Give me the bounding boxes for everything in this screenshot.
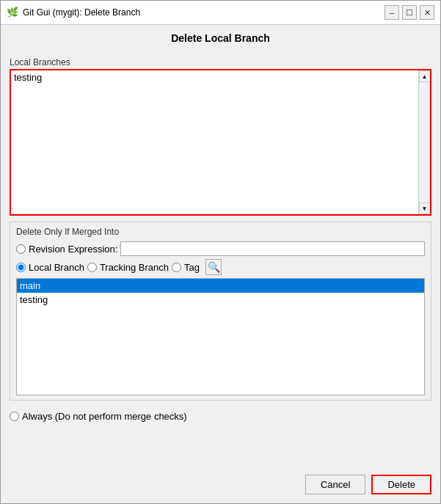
main-window: 🌿 Git Gui (mygit): Delete Branch – ☐ ✕ D…: [0, 0, 441, 504]
local-branch-radio[interactable]: [16, 263, 26, 272]
minimize-button[interactable]: –: [384, 5, 399, 20]
close-button[interactable]: ✕: [420, 5, 434, 20]
always-radio[interactable]: [10, 412, 19, 421]
listbox-scrollbar: ▲ ▼: [418, 70, 430, 214]
local-branches-label: Local Branches: [10, 57, 431, 67]
title-bar: 🌿 Git Gui (mygit): Delete Branch – ☐ ✕: [1, 1, 440, 25]
always-row: Always (Do not perform merge checks): [10, 406, 431, 425]
revision-radio[interactable]: [16, 244, 26, 254]
tag-radio[interactable]: [172, 263, 181, 272]
search-button[interactable]: 🔍: [205, 259, 222, 275]
local-branch-label: Local Branch: [29, 262, 84, 273]
revision-input[interactable]: [120, 241, 425, 256]
app-icon: 🌿: [7, 7, 18, 18]
branch-item-main[interactable]: main: [17, 279, 424, 293]
tracking-branch-label: Tracking Branch: [100, 262, 169, 273]
always-label: Always (Do not perform merge checks): [22, 411, 187, 422]
local-branches-listbox[interactable]: testing ▲ ▼: [10, 69, 431, 216]
merge-section: Delete Only If Merged Into Revision Expr…: [10, 222, 431, 401]
maximize-button[interactable]: ☐: [402, 5, 417, 20]
branch-type-row: Local Branch Tracking Branch Tag 🔍: [16, 259, 425, 275]
branch-listbox[interactable]: main testing: [16, 278, 425, 395]
merge-section-title: Delete Only If Merged Into: [16, 227, 425, 237]
local-branches-section: Local Branches testing ▲ ▼: [10, 57, 431, 216]
window-title: Git Gui (mygit): Delete Branch: [23, 7, 140, 18]
local-branch-item-testing[interactable]: testing: [11, 70, 430, 84]
cancel-button[interactable]: Cancel: [305, 475, 365, 494]
tag-label: Tag: [184, 262, 200, 273]
scroll-up-arrow[interactable]: ▲: [419, 70, 431, 82]
delete-button[interactable]: Delete: [371, 475, 431, 494]
dialog-title: Delete Local Branch: [1, 25, 440, 51]
content-area: Local Branches testing ▲ ▼ Delete Only I…: [1, 51, 440, 469]
scroll-down-arrow[interactable]: ▼: [419, 202, 431, 214]
revision-label: Revision Expression:: [29, 244, 117, 255]
revision-row: Revision Expression:: [16, 241, 425, 256]
title-bar-controls: – ☐ ✕: [384, 5, 434, 20]
title-bar-left: 🌿 Git Gui (mygit): Delete Branch: [7, 7, 140, 18]
tracking-branch-radio[interactable]: [87, 263, 97, 272]
branch-item-testing[interactable]: testing: [17, 293, 424, 307]
footer: Cancel Delete: [1, 469, 440, 503]
